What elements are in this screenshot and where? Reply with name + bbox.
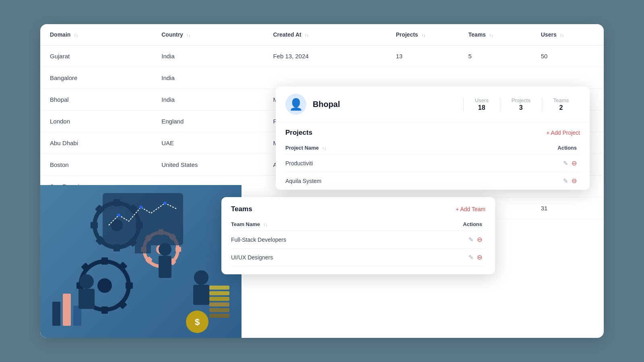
- cell-domain: Boston: [40, 154, 152, 176]
- projects-col-actions: Actions: [476, 142, 580, 154]
- svg-rect-48: [209, 302, 229, 306]
- teams-section-header: Teams + Add Team: [231, 205, 485, 213]
- teams-section-title: Teams: [231, 205, 252, 213]
- svg-point-35: [117, 214, 120, 217]
- svg-rect-30: [52, 302, 60, 326]
- cell-country: India: [152, 67, 263, 89]
- svg-rect-50: [209, 291, 229, 295]
- cell-domain: Abu Dhabi: [40, 132, 152, 154]
- table-row[interactable]: Bangalore India: [40, 67, 604, 89]
- popup-header: 👤 Bhopal Users 18 Projects 3 Teams 2: [276, 86, 590, 122]
- stat-teams: Teams 2: [542, 97, 580, 111]
- stat-projects-value: 3: [512, 104, 530, 111]
- stat-users-value: 18: [475, 104, 489, 111]
- svg-rect-39: [78, 289, 95, 309]
- delete-project-icon[interactable]: ⊖: [572, 159, 577, 167]
- team-name-sort[interactable]: ↑↓: [263, 222, 268, 227]
- add-team-button[interactable]: + Add Team: [456, 206, 485, 212]
- project-actions: ✎ ⊖: [476, 172, 580, 190]
- illustration-svg: $: [40, 185, 242, 338]
- svg-rect-31: [63, 294, 71, 326]
- popup-city-name: Bhopal: [313, 100, 340, 109]
- delete-team-icon[interactable]: ⊖: [477, 253, 482, 261]
- svg-rect-29: [81, 263, 91, 272]
- domain-sort-icon[interactable]: ↑↓: [74, 33, 78, 37]
- project-name-sort[interactable]: ↑↓: [322, 146, 326, 150]
- cell-country: UAE: [152, 132, 263, 154]
- col-header-projects[interactable]: Projects ↑↓: [386, 24, 458, 45]
- stat-users-label: Users: [475, 97, 489, 103]
- svg-point-37: [163, 202, 167, 205]
- svg-rect-51: [209, 286, 229, 290]
- main-card: Domain ↑↓ Country ↑↓ Created At ↑↓ Proje…: [40, 24, 604, 338]
- teams-label: Teams: [469, 31, 486, 38]
- country-label: Country: [161, 31, 183, 38]
- team-name: Full-Stack Developers: [231, 231, 412, 249]
- team-name: UI/UX Designers: [231, 249, 412, 266]
- svg-rect-5: [91, 222, 98, 228]
- bhopal-detail-popup: 👤 Bhopal Users 18 Projects 3 Teams 2: [276, 86, 590, 190]
- svg-point-36: [139, 206, 142, 209]
- domain-label: Domain: [50, 31, 70, 38]
- cell-country: India: [152, 89, 263, 111]
- cell-country: England: [152, 111, 263, 132]
- project-row: Aquila System ✎ ⊖: [285, 172, 580, 190]
- projects-sort-icon[interactable]: ↑↓: [421, 33, 426, 37]
- projects-section-title: Projects: [285, 129, 312, 137]
- edit-team-icon[interactable]: ✎: [469, 236, 474, 243]
- cell-domain: London: [40, 111, 152, 132]
- teams-col-actions: Actions: [412, 218, 485, 231]
- delete-team-icon[interactable]: ⊖: [477, 236, 482, 243]
- add-project-button[interactable]: + Add Project: [546, 130, 580, 136]
- delete-project-icon[interactable]: ⊖: [572, 177, 577, 185]
- users-sort-icon[interactable]: ↑↓: [560, 33, 564, 37]
- svg-rect-26: [118, 262, 128, 272]
- illustration-background: $: [40, 185, 242, 338]
- teams-col-name[interactable]: Team Name ↑↓: [231, 218, 412, 231]
- col-header-domain[interactable]: Domain ↑↓: [40, 24, 152, 45]
- team-row: UI/UX Designers ✎ ⊖: [231, 249, 485, 266]
- svg-point-42: [194, 270, 208, 285]
- svg-point-40: [159, 243, 171, 256]
- svg-text:$: $: [195, 317, 200, 327]
- projects-label: Projects: [396, 31, 418, 38]
- edit-team-icon[interactable]: ✎: [469, 254, 474, 261]
- svg-point-21: [97, 278, 112, 293]
- cell-country: United States: [152, 154, 263, 176]
- user-avatar-icon: 👤: [289, 98, 303, 111]
- cell-domain: Bhopal: [40, 89, 152, 111]
- svg-rect-49: [209, 297, 229, 301]
- created-label: Created At: [273, 31, 301, 38]
- cell-created: [263, 67, 386, 89]
- svg-rect-47: [209, 308, 229, 312]
- projects-col-name[interactable]: Project Name ↑↓: [285, 142, 476, 154]
- country-sort-icon[interactable]: ↑↓: [186, 33, 191, 37]
- edit-project-icon[interactable]: ✎: [563, 177, 568, 185]
- popup-stats: Users 18 Projects 3 Teams 2: [463, 97, 580, 111]
- svg-rect-46: [209, 314, 229, 318]
- teams-table: Team Name ↑↓ Actions Full-Stack Develope…: [231, 218, 485, 266]
- stat-projects: Projects 3: [500, 97, 542, 111]
- stat-teams-label: Teams: [553, 97, 569, 103]
- svg-rect-14: [175, 247, 181, 252]
- col-header-users[interactable]: Users ↑↓: [531, 24, 604, 45]
- teams-sort-icon[interactable]: ↑↓: [489, 33, 493, 37]
- svg-point-38: [79, 274, 94, 289]
- team-actions: ✎ ⊖: [412, 231, 485, 249]
- created-sort-icon[interactable]: ↑↓: [305, 33, 309, 37]
- cell-projects: 13: [386, 45, 458, 67]
- users-label: Users: [541, 31, 557, 38]
- col-header-created[interactable]: Created At ↑↓: [263, 24, 386, 45]
- cell-users: 31: [531, 197, 604, 219]
- cell-teams: 5: [459, 45, 531, 67]
- stat-teams-value: 2: [553, 104, 569, 111]
- col-header-teams[interactable]: Teams ↑↓: [459, 24, 531, 45]
- svg-rect-23: [101, 306, 108, 314]
- table-row[interactable]: Gujarat India Feb 13, 2024 13 5 50: [40, 45, 604, 67]
- cell-domain: Bangalore: [40, 67, 152, 89]
- avatar: 👤: [285, 94, 306, 115]
- project-row: Productiviti ✎ ⊖: [285, 154, 580, 172]
- cell-domain: Gujarat: [40, 45, 152, 67]
- edit-project-icon[interactable]: ✎: [563, 160, 568, 167]
- col-header-country[interactable]: Country ↑↓: [152, 24, 263, 45]
